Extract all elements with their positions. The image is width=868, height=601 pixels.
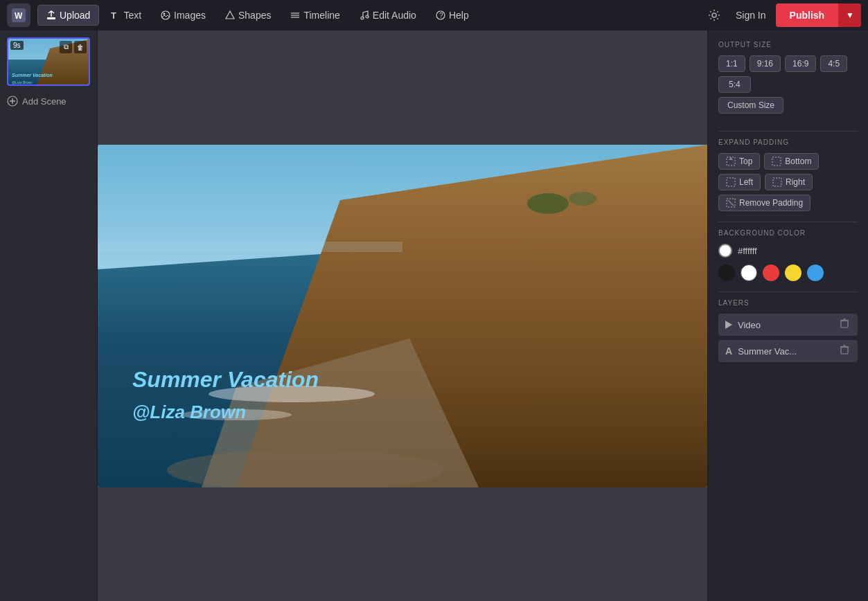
publish-button[interactable]: Publish — [776, 3, 839, 27]
svg-line-42 — [728, 200, 734, 206]
svg-rect-39 — [727, 178, 735, 186]
shapes-button[interactable]: Shapes — [217, 6, 279, 25]
help-button[interactable]: ? Help — [427, 6, 477, 25]
svg-text:@Liza Brown: @Liza Brown — [12, 80, 33, 84]
svg-text:?: ? — [439, 12, 443, 19]
help-label: Help — [449, 10, 469, 21]
color-black[interactable] — [718, 264, 735, 281]
publish-dropdown-button[interactable]: ▼ — [838, 3, 861, 27]
scene-action-icons: ⧉ 🗑 — [60, 41, 87, 53]
custom-size-wrap: Custom Size — [718, 97, 858, 124]
padding-top-icon — [726, 156, 736, 166]
add-scene-button[interactable]: Add Scene — [7, 93, 90, 109]
padding-bottom-button[interactable]: Bottom — [764, 153, 819, 170]
svg-marker-6 — [226, 11, 234, 19]
bg-color-row: #ffffff — [718, 244, 858, 258]
expand-padding-label: EXPAND PADDING — [718, 138, 858, 146]
color-blue[interactable] — [807, 264, 824, 281]
color-swatches — [718, 264, 858, 281]
bg-color-swatch[interactable] — [718, 244, 732, 258]
edit-audio-button[interactable]: Edit Audio — [351, 6, 425, 25]
svg-text:Summer Vacation: Summer Vacation — [132, 367, 319, 392]
text-icon: T — [110, 10, 120, 20]
help-icon: ? — [436, 10, 445, 20]
scene-delete-button[interactable]: 🗑 — [74, 41, 87, 53]
size-1-1-button[interactable]: 1:1 — [718, 55, 745, 72]
remove-padding-button[interactable]: Remove Padding — [718, 195, 811, 211]
timeline-button[interactable]: Timeline — [282, 6, 348, 25]
svg-point-11 — [366, 15, 369, 18]
text-label: Text — [123, 10, 141, 21]
color-yellow[interactable] — [785, 264, 801, 281]
video-layer-icon — [725, 321, 732, 329]
layers-section: LAYERS Video A Summer Vac... — [718, 299, 858, 362]
svg-point-31 — [569, 192, 596, 206]
scene-time-badge: 9s — [10, 41, 24, 50]
svg-text:@Liza Brown: @Liza Brown — [132, 402, 246, 422]
remove-padding-icon — [726, 198, 736, 208]
padding-left-label: Left — [739, 177, 753, 187]
svg-rect-32 — [98, 242, 402, 252]
size-9-16-button[interactable]: 9:16 — [750, 55, 781, 72]
divider-3 — [718, 291, 858, 292]
padding-right-icon — [772, 177, 782, 187]
size-5-4-button[interactable]: 5:4 — [718, 76, 751, 93]
layer-text-name: Summer Vac... — [738, 346, 833, 357]
divider-2 — [718, 222, 858, 222]
publish-group: Publish ▼ — [776, 3, 861, 27]
padding-right-button[interactable]: Right — [765, 174, 813, 190]
layer-text-delete-button[interactable] — [838, 345, 851, 357]
chevron-down-icon: ▼ — [846, 10, 854, 20]
images-button[interactable]: Images — [152, 6, 214, 25]
text-layer-icon: A — [725, 346, 732, 357]
text-button[interactable]: T Text — [102, 6, 150, 25]
logo[interactable]: W — [7, 3, 30, 27]
layer-text[interactable]: A Summer Vac... — [718, 340, 858, 362]
publish-label: Publish — [790, 10, 825, 21]
canvas-area[interactable]: Summer Vacation @Liza Brown — [98, 30, 707, 601]
timeline-icon — [290, 10, 300, 20]
timeline-label: Timeline — [303, 10, 339, 21]
canvas-background-svg: Summer Vacation @Liza Brown — [98, 145, 707, 487]
padding-top-button[interactable]: Top — [718, 153, 760, 170]
size-4-5-button[interactable]: 4:5 — [820, 55, 847, 72]
svg-text:T: T — [111, 10, 116, 20]
padding-left-button[interactable]: Left — [718, 174, 761, 190]
scene-thumbnail-1[interactable]: Summer Vacation @Liza Brown 9s ⧉ 🗑 — [7, 37, 90, 86]
upload-icon — [46, 10, 56, 20]
svg-rect-43 — [841, 321, 848, 328]
custom-size-button[interactable]: Custom Size — [718, 97, 783, 114]
svg-rect-40 — [773, 178, 781, 186]
svg-point-5 — [163, 13, 166, 15]
scene-duplicate-button[interactable]: ⧉ — [60, 41, 72, 53]
divider-1 — [718, 131, 858, 132]
images-label: Images — [174, 10, 206, 21]
padding-bottom-icon — [772, 156, 781, 166]
size-buttons: 1:1 9:16 16:9 4:5 — [718, 55, 858, 72]
settings-button[interactable] — [702, 3, 726, 27]
layer-video[interactable]: Video — [718, 314, 858, 336]
upload-button[interactable]: Upload — [37, 5, 99, 26]
trash-icon — [840, 319, 849, 328]
output-size-label: OUTPUT SIZE — [718, 41, 858, 48]
color-white[interactable] — [741, 264, 757, 281]
svg-text:W: W — [15, 11, 23, 21]
trash-icon-2 — [840, 345, 849, 355]
size-16-9-button[interactable]: 16:9 — [785, 55, 816, 72]
bg-color-hex: #ffffff — [738, 246, 757, 256]
padding-right-label: Right — [786, 177, 805, 187]
svg-point-30 — [527, 193, 569, 214]
padding-bottom-label: Bottom — [785, 156, 811, 166]
padding-buttons: Top Bottom Left Right — [718, 153, 858, 190]
plus-icon — [7, 96, 18, 107]
sign-in-button[interactable]: Sign In — [729, 6, 773, 25]
right-panel: OUTPUT SIZE 1:1 9:16 16:9 4:5 5:4 Custom… — [707, 30, 868, 601]
padding-left-icon — [726, 177, 736, 187]
padding-top-label: Top — [739, 156, 752, 166]
music-icon — [360, 10, 369, 20]
scenes-panel: Summer Vacation @Liza Brown 9s ⧉ 🗑 Add S… — [0, 30, 98, 601]
layer-video-delete-button[interactable] — [838, 319, 851, 331]
color-red[interactable] — [763, 264, 779, 281]
size-buttons-row2: 5:4 — [718, 76, 858, 93]
video-canvas: Summer Vacation @Liza Brown — [98, 145, 707, 487]
